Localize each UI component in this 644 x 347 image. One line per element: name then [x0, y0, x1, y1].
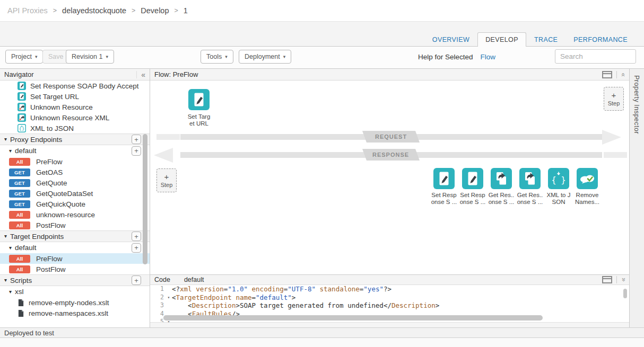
flow-panel: Flow: PreFlow « Set Targ et URL + Step — [150, 69, 629, 327]
request-arrowhead-icon — [602, 130, 621, 145]
policy-item[interactable]: {} XML to JSON — [0, 123, 150, 134]
property-inspector-strip[interactable]: Property Inspector — [629, 69, 644, 327]
flow-policy-get-response-2[interactable] — [519, 168, 541, 189]
breadcrumb-proxy-name[interactable]: delayedstockquote — [62, 6, 126, 15]
tab-overview[interactable]: OVERVIEW — [424, 32, 477, 47]
script-file-item[interactable]: remove-empty-nodes.xslt — [0, 297, 150, 308]
code-line: 3 ▾ <Description>SOAP target generated f… — [150, 301, 629, 310]
code-editor[interactable]: 1 ▾ <?xml version="1.0" encoding="UTF-8"… — [150, 285, 629, 322]
collapse-down-icon[interactable]: « — [620, 278, 625, 281]
flow-policy-remove-namespaces[interactable] — [577, 168, 598, 189]
copy-arrow-policy-icon — [519, 168, 541, 189]
policy-label: Set Response S ... — [429, 192, 459, 206]
code-vertical-scrollbar[interactable] — [623, 289, 627, 298]
section-proxy-endpoints[interactable]: ▾ Proxy Endpoints + — [0, 134, 150, 145]
collapse-panel-icon[interactable]: « — [136, 71, 145, 78]
flow-canvas: Set Targ et URL + Step REQUEST RESPONSE — [150, 81, 629, 274]
project-menu-button[interactable]: Project ▾ — [5, 50, 43, 64]
flow-badge-all: All — [9, 221, 30, 229]
tab-performance[interactable]: PERFORMANCE — [565, 32, 636, 47]
line-number: 1 — [150, 285, 166, 293]
split-panel-icon[interactable] — [602, 71, 612, 78]
add-proxy-endpoint-button[interactable]: + — [132, 135, 141, 144]
proxy-flow-unknown-resource[interactable]: All unknown-resource — [0, 209, 150, 220]
tab-bar: OVERVIEW DEVELOP TRACE PERFORMANCE — [424, 32, 636, 47]
tab-develop[interactable]: DEVELOP — [477, 32, 526, 47]
add-flow-button[interactable]: + — [132, 146, 141, 156]
breadcrumb-develop[interactable]: Develop — [141, 6, 169, 15]
response-arrowhead-icon — [154, 148, 173, 163]
collapse-up-icon[interactable]: « — [620, 73, 625, 76]
target-flow-preflow-selected[interactable]: All PreFlow — [0, 253, 150, 264]
proxy-flow-getquote[interactable]: GET GetQuote — [0, 177, 150, 188]
add-script-button[interactable]: + — [132, 275, 141, 285]
add-step-button-request[interactable]: + Step — [604, 87, 624, 111]
flow-policy-set-target-url[interactable] — [188, 89, 210, 110]
add-step-button-response[interactable]: + Step — [156, 168, 177, 192]
cloud-check-policy-icon — [577, 168, 598, 189]
proxy-flow-getquotedataset[interactable]: GET GetQuoteDataSet — [0, 188, 150, 199]
policy-item[interactable]: Unknown Resource XML — [0, 112, 150, 123]
policy-item[interactable]: Unknown Resource — [0, 102, 150, 112]
target-endpoint-default[interactable]: ▾ default + — [0, 242, 150, 253]
deployment-status-text: Deployed to test — [4, 329, 54, 337]
breadcrumb-revision[interactable]: 1 — [184, 6, 188, 15]
policy-item[interactable]: Set Target URL — [0, 91, 150, 102]
scripts-group-xsl[interactable]: ▾ xsl — [0, 286, 150, 297]
help-flow-link[interactable]: Flow — [481, 53, 496, 61]
add-flow-button[interactable]: + — [132, 243, 141, 253]
toolbar: Project ▾ Save Revision 1 ▾ Tools ▾ Depl… — [0, 47, 644, 69]
code-tab-default[interactable]: default — [184, 276, 204, 283]
target-flow-postflow[interactable]: All PostFlow — [0, 264, 150, 274]
navigator-scrollbar[interactable] — [143, 134, 147, 264]
fold-caret-icon[interactable]: ▾ — [166, 293, 172, 302]
caret-down-icon: ▾ — [4, 234, 7, 239]
proxy-endpoint-default[interactable]: ▾ default + — [0, 145, 150, 156]
flow-policy-xml-to-json[interactable]: { } — [548, 168, 569, 189]
section-scripts[interactable]: ▾ Scripts + — [0, 274, 150, 286]
breadcrumb: API Proxies > delayedstockquote > Develo… — [0, 0, 644, 21]
proxy-flow-getoas[interactable]: GET GetOAS — [0, 167, 150, 177]
divider — [616, 71, 617, 78]
script-file-item[interactable]: remove-namespaces.xslt — [0, 308, 150, 318]
save-button[interactable]: Save — [42, 50, 69, 64]
flow-policy-get-response-1[interactable] — [491, 168, 512, 189]
code-text: <TargetEndpoint name="default"> — [172, 293, 295, 302]
tab-trace[interactable]: TRACE — [526, 32, 565, 47]
tab-band: OVERVIEW DEVELOP TRACE PERFORMANCE — [0, 21, 644, 47]
redirect-policy-icon — [18, 103, 26, 111]
add-target-endpoint-button[interactable]: + — [132, 232, 141, 241]
flow-policy-set-response-2[interactable] — [462, 168, 483, 189]
search-input[interactable] — [555, 49, 636, 64]
flow-badge-get: GET — [9, 179, 30, 187]
policy-item[interactable]: Set Response SOAP Body Accept — [0, 81, 150, 91]
proxy-flow-getquickquote[interactable]: GET GetQuickQuote — [0, 199, 150, 209]
breadcrumb-separator: > — [132, 7, 135, 14]
pencil-policy-icon — [433, 168, 455, 189]
breadcrumb-separator: > — [175, 7, 178, 14]
deployment-menu-button[interactable]: Deployment ▾ — [239, 50, 291, 64]
revision-menu-button[interactable]: Revision 1 ▾ — [66, 50, 114, 64]
chevron-down-icon: ▾ — [106, 54, 108, 59]
proxy-flow-preflow[interactable]: All PreFlow — [0, 156, 150, 167]
flow-badge-get: GET — [9, 190, 30, 198]
split-panel-icon[interactable] — [602, 276, 612, 283]
flow-header: Flow: PreFlow « — [150, 69, 629, 81]
flow-policy-set-response-1[interactable] — [433, 168, 455, 189]
request-lane-stub — [156, 134, 180, 140]
pencil-policy-icon — [188, 89, 210, 110]
braces-policy-icon: { } — [548, 168, 569, 189]
breadcrumb-api-proxies[interactable]: API Proxies — [7, 6, 48, 15]
section-target-endpoints[interactable]: ▾ Target Endpoints + — [0, 230, 150, 242]
code-header: Code default « — [150, 274, 629, 285]
caret-down-icon: ▾ — [4, 137, 7, 142]
policy-label: Set Targ et URL — [180, 113, 218, 127]
flow-badge-all: All — [9, 211, 30, 219]
request-lane-label: REQUEST — [362, 131, 420, 143]
tools-menu-button[interactable]: Tools ▾ — [201, 50, 233, 64]
code-horizontal-scrollbar[interactable] — [163, 315, 543, 321]
proxy-flow-postflow[interactable]: All PostFlow — [0, 220, 150, 230]
code-text: <Description>SOAP target generated from … — [172, 301, 439, 310]
policy-label: Set Response S ... — [457, 192, 488, 206]
flow-badge-all: All — [9, 255, 30, 263]
